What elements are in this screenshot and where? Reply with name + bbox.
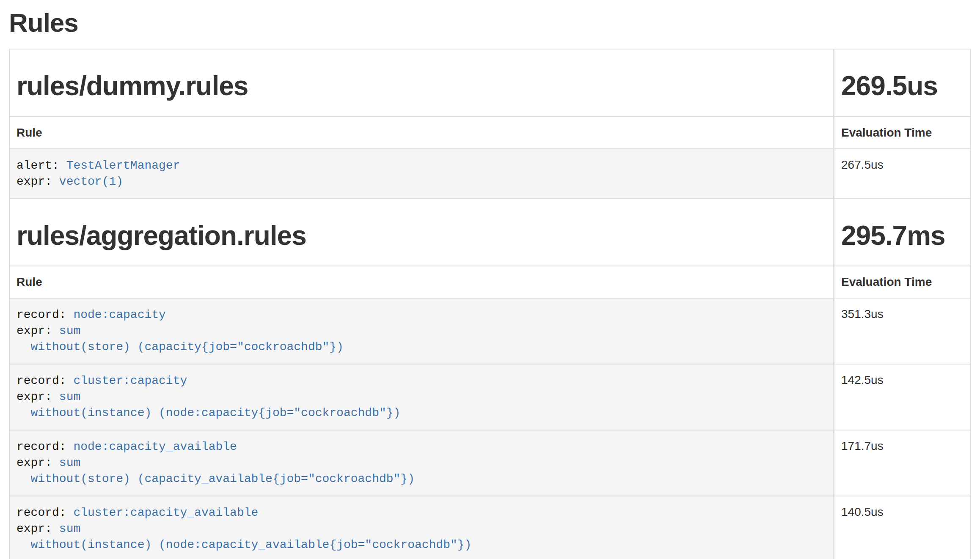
rules-table: rules/dummy.rules269.5usRuleEvaluation T… [9,49,971,559]
rule-keyword: record: [17,308,66,321]
rule-code: record: node:capacity expr: sum without(… [17,307,826,355]
rule-keyword: expr: [17,456,52,469]
rule-definition: record: node:capacity expr: sum without(… [10,299,833,364]
rule-evaluation-time: 140.5us [833,496,970,559]
rule-group-file: rules/aggregation.rules [17,220,826,252]
rule-code-link[interactable]: sum [59,390,80,403]
rule-code: alert: TestAlertManager expr: vector(1) [17,158,826,190]
rule-row: record: cluster:capacity expr: sum witho… [10,364,970,430]
rule-group-eval-time-cell: 269.5us [833,49,970,116]
rule-group-eval-time-cell: 295.7ms [833,199,970,266]
rule-definition: record: node:capacity_available expr: su… [10,430,833,496]
rule-definition: record: cluster:capacity expr: sum witho… [10,364,833,430]
rule-code-link[interactable]: node:capacity [73,308,165,321]
rule-group-evaluation-time: 269.5us [841,71,963,102]
evaluation-time-column-header: Evaluation Time [833,117,970,148]
rule-keyword: record: [17,506,66,519]
rule-row: record: cluster:capacity_available expr:… [10,496,970,559]
rule-row: record: node:capacity expr: sum without(… [10,298,970,364]
page-title: Rules [9,8,971,38]
rule-code-link[interactable]: vector(1) [59,175,123,188]
rule-evaluation-time: 351.3us [833,299,970,364]
rule-group-header-row: rules/dummy.rules269.5us [10,49,970,116]
rule-code: record: cluster:capacity expr: sum witho… [17,373,826,421]
rule-group-evaluation-time: 295.7ms [841,220,963,252]
rule-code-link[interactable]: without(store) (capacity{job="cockroachd… [17,340,344,353]
rule-column-header: Rule [10,266,833,298]
evaluation-time-column-header: Evaluation Time [833,266,970,298]
rule-group-file-cell: rules/dummy.rules [10,49,833,116]
rule-code-link[interactable]: sum [59,522,80,535]
column-header-row: RuleEvaluation Time [10,266,970,298]
rule-group-header-row: rules/aggregation.rules295.7ms [10,198,970,266]
rule-code-link[interactable]: TestAlertManager [66,159,180,172]
rule-code-link[interactable]: node:capacity_available [73,440,237,453]
rule-row: record: node:capacity_available expr: su… [10,430,970,496]
rule-group-file-cell: rules/aggregation.rules [10,199,833,266]
rule-definition: alert: TestAlertManager expr: vector(1) [10,149,833,198]
rule-code: record: cluster:capacity_available expr:… [17,505,826,553]
rule-keyword: record: [17,440,66,453]
rule-code-link[interactable]: without(store) (capacity_available{job="… [17,472,415,485]
rule-group-file: rules/dummy.rules [17,71,826,102]
rule-keyword: expr: [17,522,52,535]
rule-code-link[interactable]: without(instance) (node:capacity{job="co… [17,406,400,419]
column-header-row: RuleEvaluation Time [10,116,970,148]
rule-definition: record: cluster:capacity_available expr:… [10,496,833,559]
rule-code-link[interactable]: cluster:capacity_available [73,506,258,519]
rule-code-link[interactable]: without(instance) (node:capacity_availab… [17,538,471,551]
rule-keyword: expr: [17,175,52,188]
rule-row: alert: TestAlertManager expr: vector(1)2… [10,148,970,198]
rule-code-link[interactable]: cluster:capacity [73,374,187,387]
rule-keyword: record: [17,374,66,387]
rule-keyword: expr: [17,324,52,337]
rule-evaluation-time: 142.5us [833,364,970,430]
rule-keyword: expr: [17,390,52,403]
rule-evaluation-time: 171.7us [833,430,970,496]
rule-column-header: Rule [10,117,833,148]
rule-code-link[interactable]: sum [59,456,80,469]
rule-evaluation-time: 267.5us [833,149,970,198]
rule-code-link[interactable]: sum [59,324,80,337]
rule-keyword: alert: [17,159,59,172]
rule-code: record: node:capacity_available expr: su… [17,439,826,487]
